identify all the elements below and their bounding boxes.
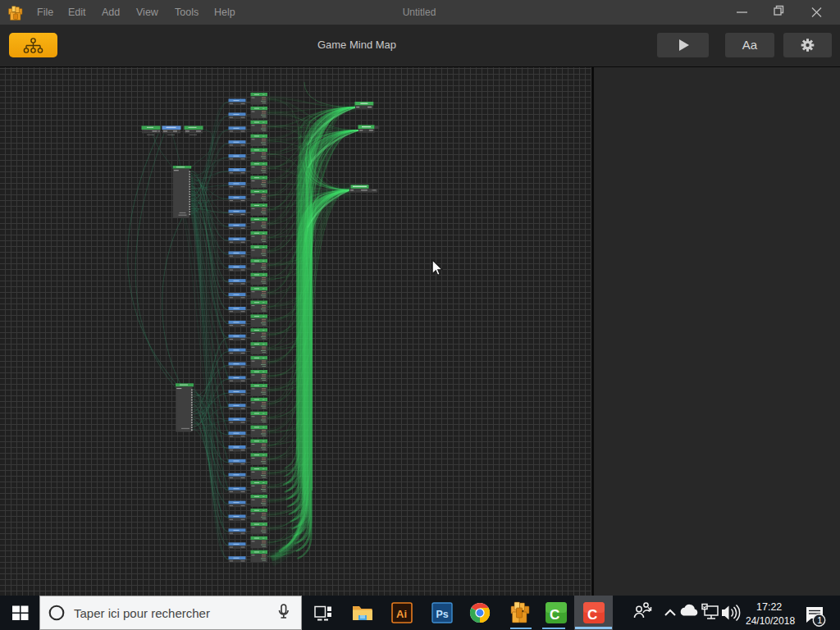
svg-text:Taper ici pour rechercher: Taper ici pour rechercher bbox=[74, 606, 210, 620]
svg-text:24/10/2018: 24/10/2018 bbox=[746, 615, 795, 627]
svg-text:1: 1 bbox=[817, 615, 822, 625]
svg-text:C: C bbox=[587, 607, 597, 623]
svg-text:Ai: Ai bbox=[396, 608, 407, 620]
svg-text:C: C bbox=[550, 607, 559, 623]
svg-text:17:22: 17:22 bbox=[756, 601, 782, 613]
svg-text:Ps: Ps bbox=[436, 609, 449, 620]
